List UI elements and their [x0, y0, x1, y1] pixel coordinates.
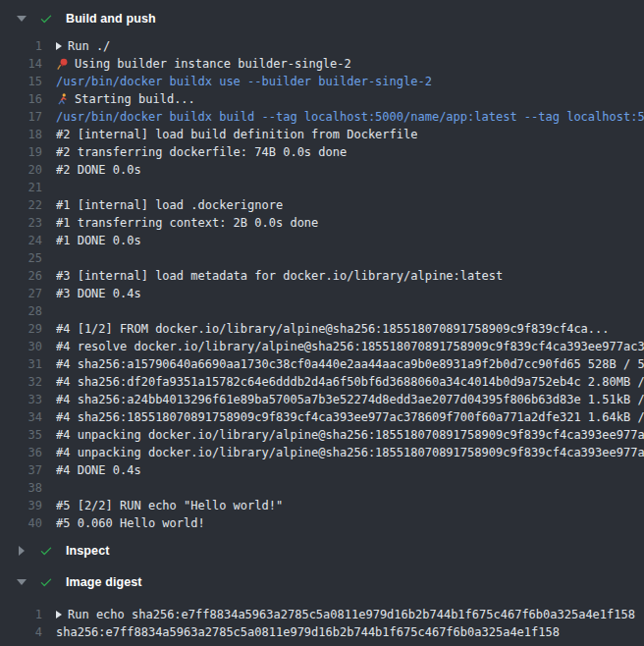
- log-text-content: Starting build...: [75, 90, 195, 108]
- log-text: #5 0.060 Hello world!: [56, 514, 205, 532]
- line-number[interactable]: 22: [0, 196, 42, 214]
- line-number[interactable]: 4: [0, 623, 42, 641]
- log-text: Starting build...: [56, 90, 195, 108]
- log-line: 16Starting build...: [0, 90, 644, 108]
- line-number[interactable]: 1: [0, 606, 42, 623]
- line-number[interactable]: 33: [0, 391, 42, 408]
- log-text-content: #4 unpacking docker.io/library/alpine@sh…: [56, 426, 644, 444]
- log-text: #5 [2/2] RUN echo "Hello world!": [56, 497, 283, 514]
- section-header[interactable]: Build and push: [0, 8, 644, 29]
- log-text: Run ./: [56, 37, 110, 55]
- line-number[interactable]: 17: [0, 108, 42, 126]
- log-text-content: Run ./: [68, 37, 110, 55]
- line-number[interactable]: 27: [0, 285, 42, 302]
- caret-down-icon[interactable]: [17, 16, 27, 22]
- line-number[interactable]: 20: [0, 161, 42, 179]
- workflow-log: Build and push1Run ./14Using builder ins…: [0, 0, 644, 641]
- section-header[interactable]: Image digest: [0, 571, 644, 593]
- step-section-inspect: Inspect: [0, 540, 644, 562]
- line-number[interactable]: 35: [0, 426, 42, 444]
- line-number[interactable]: 26: [0, 267, 42, 285]
- log-text-content: #2 transferring dockerfile: 74B 0.0s don…: [56, 143, 347, 161]
- line-number[interactable]: 30: [0, 338, 42, 355]
- expand-arrow-icon[interactable]: [56, 42, 62, 50]
- pushpin-icon: [56, 58, 69, 71]
- log-text-content: #2 DONE 0.0s: [56, 161, 141, 179]
- log-text: #3 [internal] load metadata for docker.i…: [56, 267, 503, 285]
- log-line: 15/usr/bin/docker buildx use --builder b…: [0, 73, 644, 90]
- log-line: 39#5 [2/2] RUN echo "Hello world!": [0, 497, 644, 514]
- log-text: #4 unpacking docker.io/library/alpine@sh…: [56, 444, 644, 461]
- section-title: Inspect: [66, 544, 109, 558]
- line-number[interactable]: 28: [0, 302, 42, 320]
- log-text: Using builder instance builder-single-2: [56, 55, 351, 73]
- log-text: /usr/bin/docker buildx use --builder bui…: [56, 73, 432, 90]
- section-header[interactable]: Inspect: [0, 540, 644, 562]
- step-section-image-digest: Image digest1Run echo sha256:e7ff8834a59…: [0, 571, 644, 641]
- log-text-content: #5 0.060 Hello world!: [56, 514, 205, 532]
- caret-right-icon[interactable]: [17, 546, 27, 556]
- line-number[interactable]: 34: [0, 408, 42, 426]
- log-line[interactable]: 1Run echo sha256:e7ff8834a5963a2785c5a08…: [0, 606, 644, 623]
- log-line: 23#1 transferring context: 2B 0.0s done: [0, 214, 644, 232]
- check-icon: [38, 574, 54, 590]
- line-number[interactable]: 31: [0, 355, 42, 373]
- caret-down-icon: [17, 16, 27, 22]
- log-text: #4 sha256:a24bb4013296f61e89ba57005a7b3e…: [56, 391, 644, 408]
- line-number[interactable]: 32: [0, 373, 42, 391]
- line-number[interactable]: 39: [0, 497, 42, 514]
- log-line: 34#4 sha256:185518070891758909c9f839cf4c…: [0, 408, 644, 426]
- log-text: /usr/bin/docker buildx build --tag local…: [56, 108, 644, 126]
- line-number[interactable]: 18: [0, 126, 42, 143]
- line-number[interactable]: 38: [0, 479, 42, 497]
- step-section-build-and-push: Build and push1Run ./14Using builder ins…: [0, 8, 644, 532]
- log-text: #4 unpacking docker.io/library/alpine@sh…: [56, 426, 644, 444]
- log-line: 33#4 sha256:a24bb4013296f61e89ba57005a7b…: [0, 391, 644, 408]
- caret-down-icon: [17, 579, 27, 585]
- log-text-content: sha256:e7ff8834a5963a2785c5a0811e979d16b…: [56, 623, 560, 641]
- log-text: #4 sha256:df20fa9351a15782c64e6dddb2d4a6…: [56, 373, 644, 391]
- line-number[interactable]: 19: [0, 143, 42, 161]
- log-line: 4sha256:e7ff8834a5963a2785c5a0811e979d16…: [0, 623, 644, 641]
- log-line: 32#4 sha256:df20fa9351a15782c64e6dddb2d4…: [0, 373, 644, 391]
- caret-down-icon[interactable]: [17, 579, 27, 585]
- log-line: 29#4 [1/2] FROM docker.io/library/alpine…: [0, 320, 644, 338]
- line-number[interactable]: 15: [0, 73, 42, 90]
- log-text-content: #2 [internal] load build definition from…: [56, 126, 417, 143]
- log-line: 22#1 [internal] load .dockerignore: [0, 196, 644, 214]
- log-line[interactable]: 1Run ./: [0, 37, 644, 55]
- log-line: 20#2 DONE 0.0s: [0, 161, 644, 179]
- log-text-content: #4 sha256:a15790640a6690aa1730c38cf0a440…: [56, 355, 644, 373]
- log-line: 31#4 sha256:a15790640a6690aa1730c38cf0a4…: [0, 355, 644, 373]
- log-text-content: #1 DONE 0.0s: [56, 232, 141, 249]
- section-title: Image digest: [66, 575, 142, 589]
- log-line: 17/usr/bin/docker buildx build --tag loc…: [0, 108, 644, 126]
- log-line: 35#4 unpacking docker.io/library/alpine@…: [0, 426, 644, 444]
- expand-arrow-icon[interactable]: [56, 611, 62, 619]
- line-number[interactable]: 16: [0, 90, 42, 108]
- line-number[interactable]: 24: [0, 232, 42, 249]
- line-number[interactable]: 37: [0, 461, 42, 479]
- log-text: sha256:e7ff8834a5963a2785c5a0811e979d16b…: [56, 623, 560, 641]
- log-line: 36#4 unpacking docker.io/library/alpine@…: [0, 444, 644, 461]
- line-number[interactable]: 21: [0, 179, 42, 196]
- log-text: #4 DONE 0.4s: [56, 461, 141, 479]
- line-number[interactable]: 40: [0, 514, 42, 532]
- line-number[interactable]: 36: [0, 444, 42, 461]
- log-line: 38: [0, 479, 644, 497]
- log-line: 30#4 resolve docker.io/library/alpine@sh…: [0, 338, 644, 355]
- line-number[interactable]: 1: [0, 37, 42, 55]
- log-text: #4 sha256:a15790640a6690aa1730c38cf0a440…: [56, 355, 644, 373]
- log-text: #4 sha256:185518070891758909c9f839cf4ca3…: [56, 408, 644, 426]
- log-text: #4 [1/2] FROM docker.io/library/alpine@s…: [56, 320, 610, 338]
- log-text-content: #4 DONE 0.4s: [56, 461, 141, 479]
- line-number[interactable]: 29: [0, 320, 42, 338]
- line-number[interactable]: 23: [0, 214, 42, 232]
- log-block: 1Run echo sha256:e7ff8834a5963a2785c5a08…: [0, 606, 644, 641]
- log-line: 21: [0, 179, 644, 196]
- line-number[interactable]: 14: [0, 55, 42, 73]
- log-text-content: #4 unpacking docker.io/library/alpine@sh…: [56, 444, 644, 461]
- line-number[interactable]: 25: [0, 249, 42, 267]
- log-line: 26#3 [internal] load metadata for docker…: [0, 267, 644, 285]
- log-line: 18#2 [internal] load build definition fr…: [0, 126, 644, 143]
